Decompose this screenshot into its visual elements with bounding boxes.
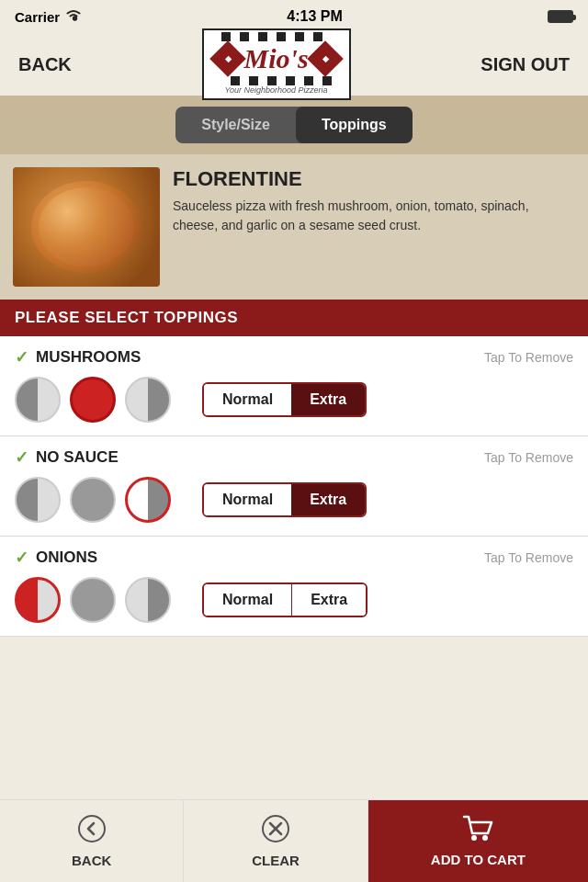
logo-subtitle: Your Neighborhood Pizzeria: [225, 85, 328, 96]
amount-normal-no-sauce[interactable]: Normal: [204, 484, 291, 515]
topping-row-no-sauce: ✓ NO SAUCE Tap To Remove Normal Extra: [0, 436, 588, 537]
pizza-details: FLORENTINE Sauceless pizza with fresh mu…: [173, 167, 575, 287]
app-logo: ◆ Mio's ◆ Your Neighborhood Pizzeria: [202, 28, 351, 100]
bottom-bar: BACK CLEAR ADD TO CART: [0, 799, 588, 882]
pizza-name: FLORENTINE: [173, 167, 575, 191]
check-icon-no-sauce: ✓: [15, 447, 28, 468]
topping-name-mushrooms: MUSHROOMS: [36, 348, 141, 367]
bottom-cart-label: ADD TO CART: [431, 852, 526, 867]
portion-full-mushrooms[interactable]: [70, 377, 116, 423]
header: BACK ◆ Mio's ◆ Your Neigh: [0, 33, 588, 96]
logo-name: Mio's: [244, 43, 309, 74]
tap-remove-no-sauce[interactable]: Tap To Remove: [484, 450, 573, 465]
bottom-clear-label: CLEAR: [252, 853, 300, 868]
topping-row-mushrooms: ✓ MUSHROOMS Tap To Remove Normal Extra: [0, 336, 588, 436]
portion-right-onions[interactable]: [125, 577, 171, 623]
tabs-container: Style/Size Toppings: [0, 96, 588, 154]
tap-remove-mushrooms[interactable]: Tap To Remove: [484, 350, 573, 365]
pizza-description: Sauceless pizza with fresh mushroom, oni…: [173, 197, 575, 235]
amount-extra-mushrooms[interactable]: Extra: [291, 384, 365, 415]
topping-name-onions: ONIONS: [36, 548, 97, 567]
topping-controls-no-sauce: Normal Extra: [15, 477, 573, 523]
topping-controls-mushrooms: Normal Extra: [15, 377, 573, 423]
check-icon-onions: ✓: [15, 548, 28, 568]
portion-right-no-sauce[interactable]: [125, 477, 171, 523]
portion-circles-onions: [15, 577, 171, 623]
wifi-icon: [65, 8, 82, 25]
amount-extra-no-sauce[interactable]: Extra: [291, 484, 365, 515]
bottom-clear-button[interactable]: CLEAR: [184, 800, 368, 882]
portion-left-mushrooms[interactable]: [15, 377, 61, 423]
svg-point-5: [482, 835, 488, 841]
portion-circles-no-sauce: [15, 477, 171, 523]
clear-circle-icon: [261, 814, 290, 849]
back-button[interactable]: BACK: [18, 54, 72, 75]
amount-toggle-onions: Normal Extra: [202, 582, 368, 617]
toppings-list: ✓ MUSHROOMS Tap To Remove Normal Extra: [0, 336, 588, 637]
pizza-info: FLORENTINE Sauceless pizza with fresh mu…: [0, 154, 588, 300]
tab-style-size[interactable]: Style/Size: [175, 107, 296, 143]
bottom-cart-button[interactable]: ADD TO CART: [368, 800, 588, 882]
bottom-back-button[interactable]: BACK: [0, 800, 184, 882]
toppings-section-header: PLEASE SELECT TOPPINGS: [0, 300, 588, 336]
amount-normal-onions[interactable]: Normal: [204, 584, 292, 616]
cart-icon: [462, 815, 493, 848]
portion-circles-mushrooms: [15, 377, 171, 423]
portion-left-onions[interactable]: [15, 577, 61, 623]
tap-remove-onions[interactable]: Tap To Remove: [484, 550, 573, 565]
amount-normal-mushrooms[interactable]: Normal: [204, 384, 291, 415]
topping-row-onions: ✓ ONIONS Tap To Remove Normal Extra: [0, 537, 588, 637]
carrier-label: Carrier: [15, 9, 60, 25]
battery-icon: [548, 10, 573, 23]
bottom-back-label: BACK: [72, 853, 111, 868]
topping-name-no-sauce: NO SAUCE: [36, 448, 119, 467]
amount-extra-onions[interactable]: Extra: [292, 584, 366, 616]
tab-toppings[interactable]: Toppings: [296, 107, 413, 143]
svg-point-0: [79, 816, 105, 842]
portion-left-no-sauce[interactable]: [15, 477, 61, 523]
signout-button[interactable]: SIGN OUT: [481, 54, 570, 75]
portion-right-mushrooms[interactable]: [125, 377, 171, 423]
portion-full-no-sauce[interactable]: [70, 477, 116, 523]
back-circle-icon: [77, 814, 107, 849]
portion-full-onions[interactable]: [70, 577, 116, 623]
pizza-image: [13, 167, 160, 287]
amount-toggle-no-sauce: Normal Extra: [202, 482, 367, 517]
check-icon-mushrooms: ✓: [15, 347, 28, 368]
status-time: 4:13 PM: [287, 8, 342, 25]
svg-point-4: [471, 835, 477, 841]
topping-controls-onions: Normal Extra: [15, 577, 573, 623]
amount-toggle-mushrooms: Normal Extra: [202, 382, 367, 417]
